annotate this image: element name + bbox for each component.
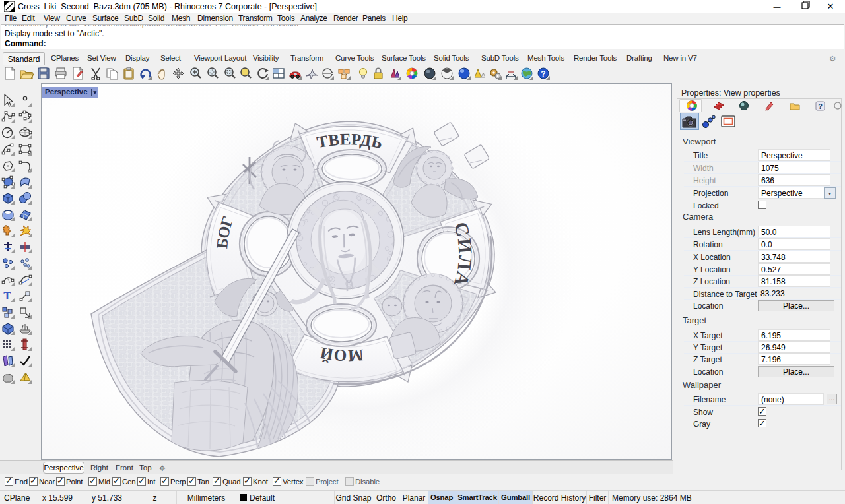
svg-text:МОЙ: МОЙ	[318, 344, 364, 365]
svg-text:T: T	[3, 290, 11, 302]
svg-text:?: ?	[541, 69, 545, 79]
svg-text:?: ?	[818, 102, 823, 110]
